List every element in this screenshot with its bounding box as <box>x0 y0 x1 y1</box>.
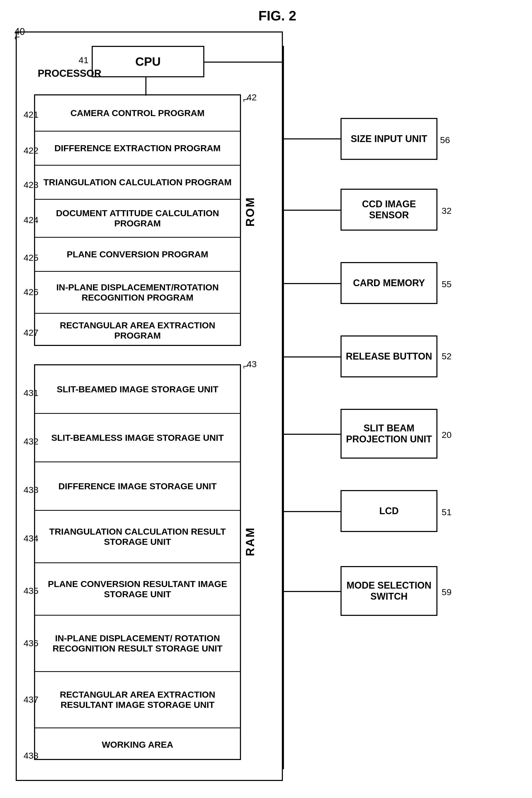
ram-item-436: IN-PLANE DISPLACEMENT/ ROTATION RECOGNIT… <box>35 616 240 672</box>
ram-item-433: DIFFERENCE IMAGE STORAGE UNIT <box>35 462 240 511</box>
ref-435: 435 <box>23 586 38 596</box>
rom-item-427: RECTANGULAR AREA EXTRACTION PROGRAM <box>35 314 240 347</box>
cpu-to-rom-line <box>145 77 147 96</box>
ref-51: 51 <box>442 507 452 517</box>
ref-432: 432 <box>23 437 38 447</box>
ref-59: 59 <box>442 587 452 597</box>
slit-beam-box: SLIT BEAM PROJECTION UNIT <box>341 409 437 459</box>
hline-55 <box>283 283 341 284</box>
ref-425: 425 <box>23 253 38 263</box>
ref-52: 52 <box>442 351 452 361</box>
rom-item-424: DOCUMENT ATTITUDE CALCULATION PROGRAM <box>35 200 240 238</box>
cpu-label: CPU <box>135 55 160 69</box>
ref-427: 427 <box>23 328 38 338</box>
ref-41: 41 <box>79 55 89 65</box>
ref-55: 55 <box>442 279 452 289</box>
mode-selection-box: MODE SELECTION SWITCH <box>341 566 437 616</box>
cpu-to-right-line <box>204 61 284 63</box>
ref-421: 421 <box>23 110 38 120</box>
ref-424: 424 <box>23 215 38 225</box>
card-memory-box: CARD MEMORY <box>341 262 437 304</box>
ref-42-brace: ⌐ <box>243 94 248 105</box>
rom-label: ROM <box>244 197 257 227</box>
ccd-sensor-box: CCD IMAGE SENSOR <box>341 189 437 230</box>
ram-item-434: TRIANGULATION CALCULATION RESULT STORAGE… <box>35 511 240 563</box>
hline-32 <box>283 210 341 211</box>
hline-56 <box>283 138 341 140</box>
ram-box: SLIT-BEAMED IMAGE STORAGE UNIT SLIT-BEAM… <box>34 364 241 760</box>
ref-20: 20 <box>442 430 452 440</box>
hline-51 <box>283 511 341 512</box>
main-vline <box>283 46 284 769</box>
ram-item-438: WORKING AREA <box>35 728 240 761</box>
ram-item-431: SLIT-BEAMED IMAGE STORAGE UNIT <box>35 365 240 414</box>
ram-item-432: SLIT-BEAMLESS IMAGE STORAGE UNIT <box>35 414 240 462</box>
ref-423: 423 <box>23 180 38 190</box>
rom-item-423: TRIANGULATION CALCULATION PROGRAM <box>35 166 240 200</box>
size-input-unit-box: SIZE INPUT UNIT <box>341 118 437 160</box>
hline-20 <box>283 434 341 435</box>
ram-label: RAM <box>244 527 257 556</box>
ref-32: 32 <box>442 206 452 216</box>
ref-431: 431 <box>23 388 38 398</box>
ref-436: 436 <box>23 638 38 648</box>
release-button-box: RELEASE BUTTON <box>341 335 437 377</box>
ram-item-437: RECTANGULAR AREA EXTRACTION RESULTANT IM… <box>35 672 240 728</box>
hline-52 <box>283 356 341 357</box>
ref-426: 426 <box>23 287 38 297</box>
ref-433: 433 <box>23 485 38 495</box>
cpu-box: CPU <box>92 46 204 77</box>
ref-422: 422 <box>23 146 38 156</box>
rom-box: CAMERA CONTROL PROGRAM DIFFERENCE EXTRAC… <box>34 94 241 346</box>
figure-title: FIG. 2 <box>259 8 296 23</box>
ref-438: 438 <box>23 750 38 761</box>
ram-item-435: PLANE CONVERSION RESULTANT IMAGE STORAGE… <box>35 563 240 616</box>
lcd-box: LCD <box>341 490 437 532</box>
rom-item-422: DIFFERENCE EXTRACTION PROGRAM <box>35 132 240 166</box>
ref-434: 434 <box>23 533 38 543</box>
rom-item-426: IN-PLANE DISPLACEMENT/ROTATION RECOGNITI… <box>35 272 240 314</box>
page: FIG. 2 40 ⌐ PROCESSOR CPU 41 42 ⌐ CAMERA… <box>0 0 532 798</box>
rom-item-425: PLANE CONVERSION PROGRAM <box>35 238 240 272</box>
ref-56: 56 <box>440 135 450 145</box>
rom-item-421: CAMERA CONTROL PROGRAM <box>35 95 240 132</box>
ref-43: 43 <box>247 359 257 369</box>
ref-437: 437 <box>23 694 38 705</box>
hline-59 <box>283 591 341 592</box>
